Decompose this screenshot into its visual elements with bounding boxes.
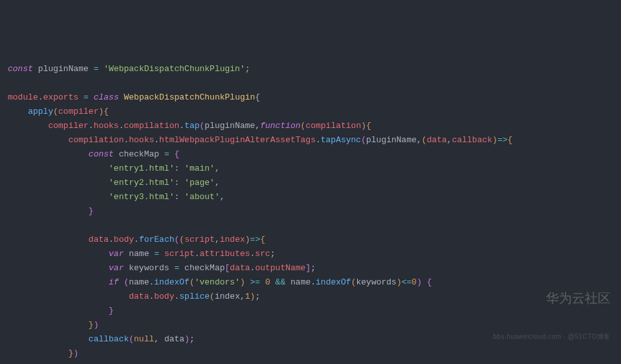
var-pluginName: pluginName (38, 64, 89, 74)
class-name: WebpackDispatchChunkPlugin (124, 92, 256, 102)
kw-const: const (8, 64, 33, 74)
code-block: const pluginName = 'WebpackDispatchChunk… (8, 62, 621, 364)
kw-class: class (94, 92, 119, 102)
method-apply: apply (28, 107, 53, 116)
id-module: module (8, 92, 38, 102)
id-exports: exports (43, 92, 79, 102)
str-pluginName: 'WebpackDispatchChunkPlugin' (104, 64, 245, 74)
